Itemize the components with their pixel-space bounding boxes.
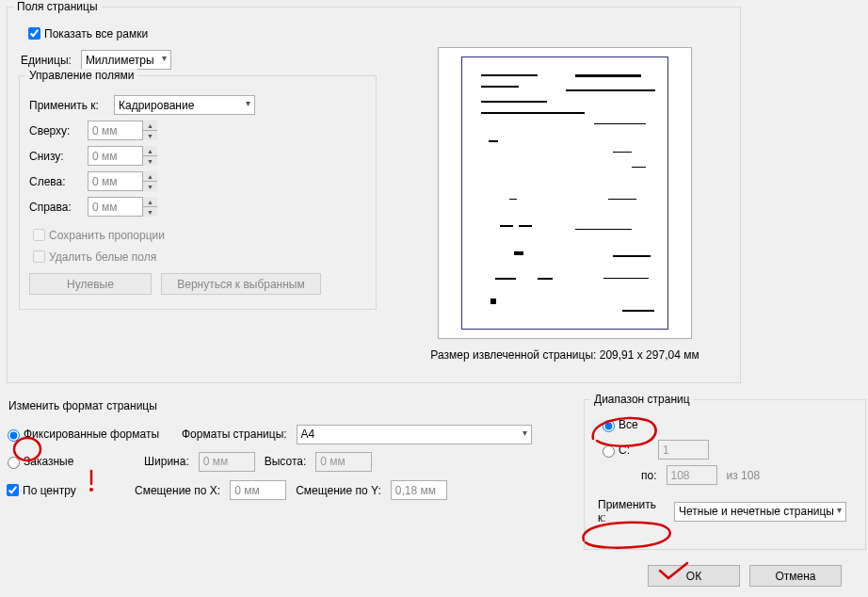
range-all-label: Все bbox=[619, 418, 638, 431]
width-label: Ширина: bbox=[144, 455, 189, 468]
fixed-formats-radio[interactable] bbox=[8, 429, 20, 442]
center-checkbox[interactable] bbox=[7, 484, 19, 496]
range-from-input[interactable]: 1 bbox=[658, 440, 709, 460]
range-of-label: из 108 bbox=[727, 469, 761, 482]
height-input[interactable]: 0 мм bbox=[315, 452, 372, 472]
page-range-group: Диапазон страниц Все С: 1 по: 108 из 108… bbox=[584, 399, 866, 550]
margin-top-spinner[interactable]: ▲▼ bbox=[142, 121, 157, 140]
offset-x-input[interactable]: 0 мм bbox=[230, 480, 286, 500]
lock-proportions-checkbox[interactable] bbox=[33, 229, 45, 241]
units-label: Единицы: bbox=[21, 54, 72, 67]
margins-group: Управление полями Применить к: Кадрирова… bbox=[19, 75, 377, 310]
revert-button[interactable]: Вернуться к выбранным bbox=[161, 273, 321, 295]
preview-size-label: Размер извлеченной страницы: 209,91 x 29… bbox=[405, 348, 725, 362]
cancel-button[interactable]: Отмена bbox=[749, 565, 842, 587]
custom-formats-radio[interactable] bbox=[8, 457, 20, 469]
margin-right-spinner[interactable]: ▲▼ bbox=[142, 197, 157, 217]
units-select[interactable]: Миллиметры bbox=[81, 50, 171, 70]
formats-label: Форматы страницы: bbox=[182, 428, 287, 441]
apply-to-value: Кадрирование bbox=[119, 99, 194, 112]
range-from-label: С: bbox=[619, 444, 637, 457]
center-label: По центру bbox=[23, 484, 76, 497]
preview-canvas bbox=[438, 47, 692, 339]
margin-top-label: Сверху: bbox=[29, 124, 88, 137]
width-input[interactable]: 0 мм bbox=[199, 452, 255, 472]
offset-y-input[interactable]: 0,18 мм bbox=[391, 480, 447, 500]
height-label: Высота: bbox=[265, 455, 307, 468]
margin-right-label: Справа: bbox=[29, 201, 88, 214]
range-apply-to-value: Четные и нечетные страницы bbox=[679, 505, 834, 518]
page-fields-group: Поля страницы Показать все рамки Единицы… bbox=[7, 7, 741, 383]
offset-y-label: Смещение по Y: bbox=[296, 484, 381, 497]
page-format-value: A4 bbox=[301, 428, 315, 441]
margins-title: Управление полями bbox=[25, 69, 137, 82]
fixed-formats-label: Фиксированные форматы bbox=[24, 428, 159, 441]
remove-white-checkbox[interactable] bbox=[33, 250, 45, 263]
page-format-select[interactable]: A4 bbox=[297, 425, 532, 444]
resize-group: Изменить формат страницы Фиксированные ф… bbox=[3, 418, 568, 508]
range-apply-to-label: Применить к: bbox=[598, 498, 665, 524]
margin-left-label: Слева: bbox=[29, 175, 88, 188]
page-fields-title: Поля страницы bbox=[13, 0, 102, 13]
custom-formats-label: Заказные bbox=[24, 455, 73, 468]
apply-to-label: Применить к: bbox=[29, 99, 114, 112]
lock-proportions-label: Сохранить пропорции bbox=[49, 229, 165, 242]
offset-x-label: Смещение по X: bbox=[135, 484, 220, 497]
range-all-radio[interactable] bbox=[603, 420, 615, 432]
page-range-title: Диапазон страниц bbox=[590, 393, 694, 406]
margin-left-spinner[interactable]: ▲▼ bbox=[142, 171, 157, 191]
preview-area: Размер извлеченной страницы: 209,91 x 29… bbox=[405, 47, 725, 362]
margin-bottom-spinner[interactable]: ▲▼ bbox=[142, 146, 157, 166]
preview-page bbox=[461, 56, 668, 330]
remove-white-label: Удалить белые поля bbox=[49, 250, 156, 264]
units-value: Миллиметры bbox=[86, 54, 154, 67]
resize-title: Изменить формат страницы bbox=[8, 399, 157, 412]
range-to-input[interactable]: 108 bbox=[667, 465, 717, 485]
apply-to-select[interactable]: Кадрирование bbox=[114, 95, 255, 115]
show-all-frames-label: Показать все рамки bbox=[44, 27, 148, 40]
range-apply-to-select[interactable]: Четные и нечетные страницы bbox=[674, 502, 846, 522]
zero-button[interactable]: Нулевые bbox=[29, 273, 152, 295]
show-all-frames-checkbox[interactable] bbox=[28, 27, 40, 40]
margin-bottom-label: Снизу: bbox=[29, 150, 88, 163]
range-to-label: по: bbox=[641, 469, 657, 482]
ok-button[interactable]: ОК bbox=[648, 565, 740, 587]
range-from-radio[interactable] bbox=[603, 445, 615, 458]
